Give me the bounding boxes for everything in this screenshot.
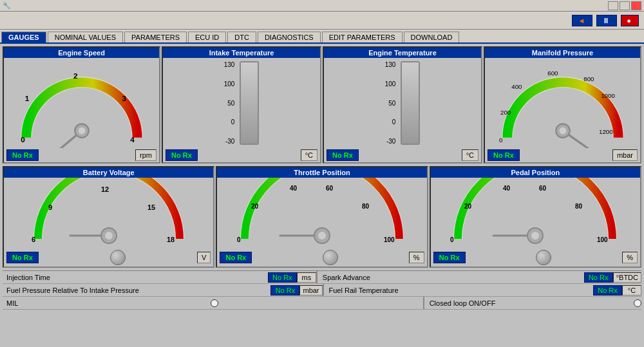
svg-text:1000: 1000 [601,92,615,99]
header-right: ◄ ⏸ ● [572,15,639,26]
tab-diagnostics[interactable]: DIAGNOSTICS [258,32,321,42]
svg-text:80: 80 [575,203,583,210]
tab-ecu-id[interactable]: ECU ID [188,32,226,42]
svg-text:18: 18 [167,236,175,243]
svg-text:0: 0 [450,236,454,243]
svg-point-43 [531,232,539,239]
tab-parameters[interactable]: PARAMETERS [124,32,187,42]
title-bar-icon: 🔧 [3,2,10,9]
svg-point-34 [318,232,326,239]
fuel-pressure-label: Fuel Pressure Relative To Intake Pressur… [3,286,270,294]
intake-temp-footer: No Rx °C [163,148,320,162]
engine-temp-footer: No Rx °C [324,148,481,162]
mil-indicator [211,299,218,307]
engine-temp-panel: Engine Temperature 130 100 50 0 -30 No R… [323,46,482,164]
injection-time-label: Injection Time [3,274,268,281]
manifold-pressure-footer: No Rx mbar [485,148,640,162]
throttle-position-value: No Rx [220,252,252,263]
throttle-position-body: 0 20 40 60 80 100 [217,178,426,249]
engine-speed-value: No Rx [6,149,39,161]
tab-nominal-values[interactable]: NOMINAL VALUES [48,32,123,42]
tab-bar: GAUGESNOMINAL VALUESPARAMETERSECU IDDTCD… [0,30,644,44]
svg-text:20: 20 [464,203,472,210]
pause-icon: ⏸ [602,17,609,24]
closed-loop-indicator [634,299,641,307]
close-button[interactable] [631,1,641,10]
svg-text:800: 800 [583,75,594,82]
home-button[interactable]: ◄ [572,15,592,26]
svg-text:400: 400 [511,83,522,90]
intake-temp-unit: °C [301,149,317,161]
intake-temp-bar [240,61,259,145]
fuel-pressure-value: No Rx [270,285,299,295]
svg-text:9: 9 [48,203,52,211]
pause-button[interactable]: ⏸ [596,15,617,26]
svg-text:0: 0 [498,136,502,144]
svg-point-17 [559,127,566,135]
pedal-position-footer: No Rx % [431,249,640,267]
data-row-fuel-pressure-rail: Fuel Pressure Relative To Intake Pressur… [3,284,641,297]
svg-text:1: 1 [24,94,29,103]
engine-temp-scale-labels: 130 100 50 0 -30 [385,61,397,145]
closed-loop-label: Closed loop ON/OFF [424,299,630,307]
data-rows: Injection Time No Rx ms Spark Advance No… [3,270,641,310]
manifold-pressure-body: 0 200 400 600 800 1000 1200 [485,58,640,148]
maximize-button[interactable] [620,1,630,10]
manifold-pressure-value: No Rx [488,149,520,161]
battery-voltage-ball [110,250,126,265]
svg-text:0: 0 [237,236,241,243]
pedal-position-body: 0 20 40 60 80 100 [431,178,640,249]
tab-download[interactable]: DOWNLOAD [404,32,460,42]
spark-advance-value: No Rx [584,272,613,283]
throttle-position-gauge-svg: 0 20 40 60 80 100 [225,178,419,249]
spark-advance-unit: °BTDC [613,272,641,283]
svg-text:20: 20 [251,203,259,210]
tab-edit-parameters[interactable]: EDIT PARAMETERS [322,32,402,42]
rec-button[interactable]: ● [621,15,639,26]
pedal-position-gauge-svg: 0 20 40 60 80 100 [439,178,632,249]
tab-dtc[interactable]: DTC [227,32,256,42]
spark-advance-label: Spark Advance [317,274,584,281]
svg-text:2: 2 [73,71,78,80]
fuel-rail-temp-label: Fuel Rail Temperature [324,286,593,294]
intake-temp-title: Intake Temperature [163,48,320,58]
svg-text:80: 80 [362,203,370,210]
manifold-pressure-gauge-svg: 0 200 400 600 800 1000 1200 [492,58,634,148]
throttle-position-panel: Throttle Position 0 20 40 60 [216,166,428,268]
pedal-position-title: Pedal Position [431,167,640,178]
engine-speed-unit: rpm [135,149,156,161]
engine-speed-footer: No Rx rpm [4,148,159,162]
svg-text:15: 15 [147,203,155,211]
svg-text:6: 6 [32,236,35,243]
throttle-position-title: Throttle Position [217,167,426,178]
data-row-mil-closedloop: MIL Closed loop ON/OFF [3,297,641,310]
battery-voltage-unit: V [197,252,211,263]
title-bar-buttons [608,1,641,10]
pedal-position-panel: Pedal Position 0 20 40 60 [430,166,641,268]
engine-temp-bar [401,61,420,145]
throttle-position-ball [323,250,338,265]
battery-voltage-value: No Rx [6,252,39,263]
engine-temp-unit: °C [462,149,478,161]
svg-text:100: 100 [597,236,608,243]
svg-point-7 [78,127,85,135]
pedal-position-value: No Rx [433,252,466,263]
battery-voltage-body: 6 9 12 15 18 [4,178,213,249]
svg-text:0: 0 [21,135,25,144]
intake-temp-value: No Rx [166,149,198,161]
intake-temp-scale-labels: 130 100 50 0 -30 [224,61,236,145]
gauges-row-1: Engine Speed 0 1 [3,46,641,164]
svg-text:4: 4 [130,135,135,144]
title-bar: 🔧 [0,0,644,12]
svg-text:60: 60 [326,185,334,192]
tab-gauges[interactable]: GAUGES [1,32,46,42]
intake-temp-body: 130 100 50 0 -30 [163,58,320,148]
engine-speed-gauge-svg: 0 1 2 3 4 [11,58,153,148]
svg-text:12: 12 [101,185,109,193]
svg-text:60: 60 [539,185,547,192]
fuel-rail-temp-unit: °C [622,285,641,295]
minimize-button[interactable] [608,1,618,10]
intake-temp-panel: Intake Temperature 130 100 50 0 -30 No R… [162,46,321,164]
battery-voltage-gauge-svg: 6 9 12 15 18 [19,178,199,249]
engine-speed-body: 0 1 2 3 4 [4,58,159,148]
